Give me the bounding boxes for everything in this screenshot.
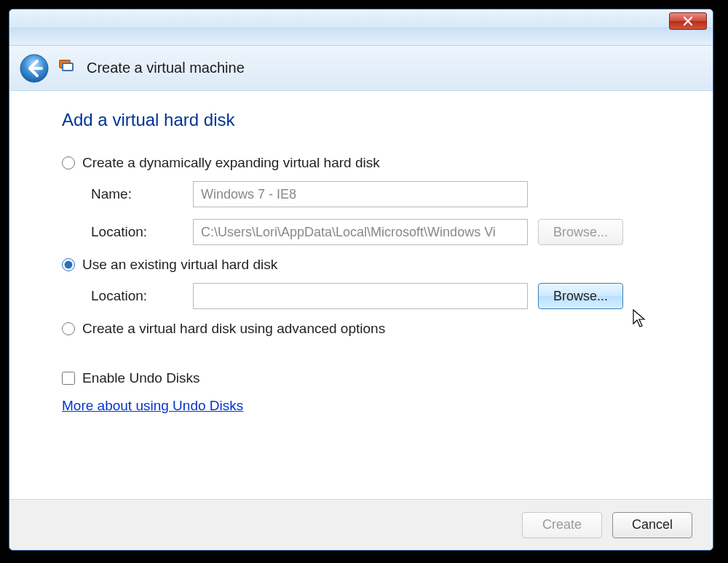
undo-disks-row: Enable Undo Disks	[62, 370, 660, 386]
wizard-header: Create a virtual machine	[9, 46, 713, 91]
radio-advanced[interactable]	[62, 322, 75, 335]
radio-dynamic[interactable]	[62, 156, 75, 169]
dynamic-name-input	[193, 181, 528, 207]
option-advanced-row: Create a virtual hard disk using advance…	[62, 321, 660, 337]
option-dynamic-row: Create a dynamically expanding virtual h…	[62, 155, 660, 171]
window-title: Create a virtual machine	[87, 60, 245, 76]
close-icon	[683, 16, 693, 26]
existing-browse-button[interactable]: Browse...	[538, 283, 623, 309]
existing-location-row: Location: Browse...	[62, 283, 660, 309]
vm-icon	[59, 60, 76, 77]
back-arrow-icon	[18, 52, 50, 84]
dynamic-location-input	[193, 219, 528, 245]
page-heading: Add a virtual hard disk	[62, 110, 660, 130]
content-pane: Add a virtual hard disk Create a dynamic…	[15, 91, 707, 495]
dynamic-location-label: Location:	[91, 224, 193, 240]
dynamic-location-row: Location: Browse...	[62, 219, 660, 245]
radio-existing[interactable]	[62, 258, 75, 271]
dynamic-name-label: Name:	[91, 186, 193, 202]
back-button[interactable]	[18, 52, 50, 84]
close-button[interactable]	[669, 12, 707, 30]
create-button: Create	[522, 512, 602, 538]
option-advanced-label: Create a virtual hard disk using advance…	[82, 321, 385, 337]
undo-disks-link[interactable]: More about using Undo Disks	[62, 398, 243, 413]
option-existing-row: Use an existing virtual hard disk	[62, 257, 660, 273]
option-existing-label: Use an existing virtual hard disk	[82, 257, 277, 273]
dialog-window: Create a virtual machine Add a virtual h…	[9, 9, 713, 551]
dynamic-name-row: Name:	[62, 181, 660, 207]
dynamic-browse-button: Browse...	[538, 219, 623, 245]
existing-location-label: Location:	[91, 288, 193, 304]
option-dynamic-label: Create a dynamically expanding virtual h…	[82, 155, 380, 171]
titlebar	[9, 9, 713, 46]
undo-disks-label: Enable Undo Disks	[82, 370, 200, 386]
footer-bar: Create Cancel	[9, 499, 713, 550]
checkbox-undo-disks[interactable]	[62, 372, 75, 385]
cancel-button[interactable]: Cancel	[612, 512, 692, 538]
existing-location-input[interactable]	[193, 283, 528, 309]
